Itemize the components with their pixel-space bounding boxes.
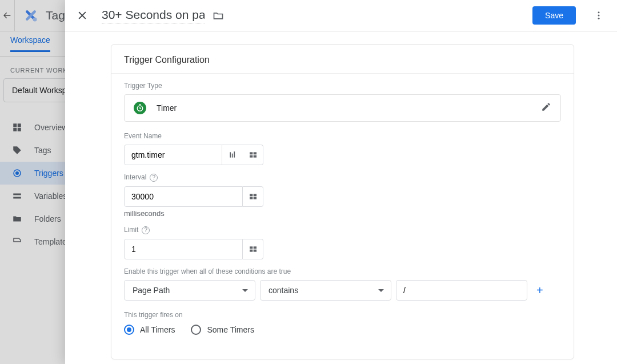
- svg-point-13: [598, 18, 600, 19]
- limit-input[interactable]: [124, 239, 243, 259]
- condition-variable-select[interactable]: Page Path: [124, 280, 255, 301]
- svg-rect-16: [232, 154, 233, 158]
- nav-label: Overview: [34, 123, 67, 132]
- radio-all-timers[interactable]: All Timers: [124, 325, 175, 335]
- format-icon[interactable]: [222, 145, 243, 165]
- nav-label: Folders: [34, 214, 61, 223]
- card-title: Trigger Configuration: [111, 45, 574, 74]
- variable-picker-icon[interactable]: [243, 186, 263, 207]
- save-button[interactable]: Save: [532, 6, 576, 25]
- tag-icon: [11, 145, 23, 156]
- nav-label: Variables: [34, 191, 67, 201]
- interval-hint: milliseconds: [124, 209, 561, 218]
- svg-rect-26: [250, 246, 253, 249]
- radio-some-timers[interactable]: Some Timers: [191, 325, 254, 335]
- radio-icon: [191, 325, 201, 335]
- limit-label: Limit?: [124, 226, 561, 234]
- svg-rect-24: [250, 197, 253, 199]
- condition-value-input[interactable]: [396, 280, 527, 301]
- trigger-config-card: Trigger Configuration Trigger Type Timer…: [111, 44, 574, 359]
- trigger-type-label: Trigger Type: [124, 82, 561, 90]
- svg-point-2: [33, 18, 37, 22]
- event-name-input[interactable]: [124, 145, 222, 165]
- trigger-name-input[interactable]: [102, 8, 205, 23]
- svg-rect-20: [250, 155, 253, 158]
- conditions-label: Enable this trigger when all of these co…: [124, 267, 561, 275]
- svg-point-12: [598, 15, 600, 17]
- add-condition-button[interactable]: +: [532, 285, 548, 296]
- more-menu-button[interactable]: [588, 5, 609, 26]
- svg-rect-28: [250, 249, 253, 251]
- trigger-editor-panel: Save Trigger Configuration Trigger Type …: [65, 0, 617, 364]
- tab-workspace[interactable]: Workspace: [10, 35, 50, 52]
- svg-rect-9: [13, 194, 21, 195]
- svg-rect-17: [234, 151, 235, 158]
- edit-icon[interactable]: [541, 102, 551, 114]
- svg-rect-18: [250, 152, 253, 154]
- target-icon: [11, 167, 23, 179]
- fires-on-label: This trigger fires on: [124, 311, 561, 319]
- nav-label: Triggers: [34, 169, 63, 178]
- trigger-type-value: Timer: [157, 103, 531, 113]
- condition-operator-select[interactable]: contains: [260, 280, 391, 301]
- back-button[interactable]: [0, 0, 15, 31]
- help-icon[interactable]: ?: [142, 226, 150, 234]
- folder-icon[interactable]: [213, 10, 224, 21]
- trigger-type-row[interactable]: Timer: [124, 94, 561, 122]
- gtm-logo-icon: [23, 7, 39, 23]
- svg-rect-3: [13, 123, 17, 127]
- variables-icon: [11, 190, 23, 202]
- interval-input[interactable]: [124, 186, 243, 207]
- svg-rect-10: [13, 197, 21, 199]
- svg-rect-25: [253, 197, 256, 199]
- timer-icon: [134, 102, 146, 114]
- page-title: Tag: [46, 9, 65, 22]
- svg-rect-27: [253, 246, 256, 249]
- svg-rect-22: [250, 194, 253, 196]
- radio-icon: [124, 325, 134, 335]
- variable-picker-icon[interactable]: [243, 145, 263, 165]
- help-icon[interactable]: ?: [150, 174, 158, 182]
- variable-picker-icon[interactable]: [243, 239, 263, 259]
- svg-rect-19: [253, 152, 256, 154]
- svg-rect-21: [253, 155, 256, 158]
- template-icon: [11, 236, 23, 247]
- radio-label: All Timers: [140, 325, 175, 334]
- svg-rect-5: [13, 128, 17, 131]
- svg-rect-6: [18, 128, 21, 131]
- event-name-label: Event Name: [124, 132, 561, 140]
- interval-label: Interval?: [124, 173, 561, 182]
- close-button[interactable]: [71, 4, 94, 27]
- folder-icon: [11, 213, 23, 225]
- dashboard-icon: [11, 122, 23, 133]
- svg-rect-4: [18, 123, 21, 127]
- svg-rect-29: [253, 249, 256, 251]
- svg-point-8: [16, 172, 19, 175]
- radio-label: Some Timers: [207, 325, 254, 334]
- svg-point-11: [598, 11, 600, 13]
- svg-rect-23: [253, 194, 256, 196]
- svg-rect-15: [230, 152, 231, 157]
- nav-label: Tags: [34, 146, 51, 155]
